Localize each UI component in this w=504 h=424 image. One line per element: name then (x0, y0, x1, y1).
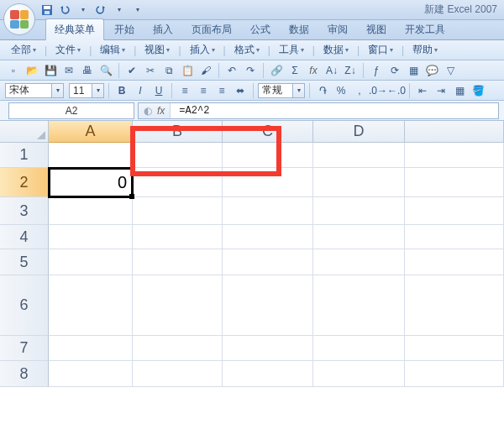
menu-4[interactable]: 插入▾ (187, 41, 218, 59)
tab-5[interactable]: 数据 (281, 19, 318, 39)
fill-color-icon[interactable]: 🪣 (470, 83, 486, 98)
cell[interactable] (49, 249, 133, 275)
tab-3[interactable]: 页面布局 (183, 19, 240, 39)
cell[interactable] (223, 143, 313, 168)
row-header[interactable]: 5 (0, 249, 49, 275)
menu-8[interactable]: 窗口▾ (365, 41, 396, 59)
comment-icon[interactable]: 💬 (423, 63, 440, 78)
office-button[interactable] (3, 3, 35, 35)
row-header[interactable]: 2 (0, 168, 49, 197)
comma-style-icon[interactable]: , (351, 83, 368, 98)
save-icon[interactable] (40, 3, 54, 17)
increase-indent-icon[interactable]: ⇥ (433, 83, 449, 98)
cell[interactable] (313, 275, 405, 336)
cell[interactable] (223, 249, 313, 275)
row-header[interactable]: 8 (0, 361, 49, 387)
formula-input[interactable]: =A2^2 (174, 105, 498, 117)
currency-icon[interactable]: ֏ (314, 83, 331, 98)
undo-dropdown-icon[interactable]: ▾ (76, 3, 90, 17)
print-preview-icon[interactable]: 🔍 (97, 63, 114, 78)
cell[interactable] (223, 361, 313, 387)
cell[interactable]: 0 (49, 168, 133, 197)
cell[interactable] (133, 249, 223, 275)
function-icon[interactable]: fx (305, 63, 322, 78)
paste-icon[interactable]: 📋 (179, 63, 196, 78)
cell[interactable] (405, 168, 504, 197)
tab-8[interactable]: 开发工具 (396, 19, 454, 39)
align-center-icon[interactable]: ≡ (195, 83, 212, 98)
sort-asc-icon[interactable]: A↓ (323, 63, 340, 78)
font-size-select[interactable]: 11 ▾ (69, 83, 104, 98)
fx-icon[interactable]: fx (157, 105, 165, 117)
align-left-icon[interactable]: ≡ (176, 83, 193, 98)
merge-center-icon[interactable]: ⬌ (232, 83, 249, 98)
bold-button[interactable]: B (113, 83, 130, 98)
font-name-select[interactable]: 宋体 ▾ (5, 83, 64, 98)
number-format-select[interactable]: 常规 ▾ (258, 83, 305, 98)
cell[interactable] (313, 225, 405, 249)
row-header[interactable]: 3 (0, 197, 49, 225)
tab-2[interactable]: 插入 (144, 19, 181, 39)
tab-0[interactable]: 经典菜单 (45, 18, 104, 40)
menu-1[interactable]: 文件▾ (53, 41, 83, 59)
column-header[interactable]: A (49, 121, 133, 143)
tab-6[interactable]: 审阅 (319, 19, 356, 39)
cell[interactable] (313, 336, 405, 361)
column-header[interactable]: B (133, 121, 223, 143)
sort-desc-icon[interactable]: Z↓ (342, 63, 359, 78)
column-header[interactable]: D (313, 121, 405, 143)
cell[interactable] (313, 249, 405, 275)
qat-customize-icon[interactable]: ▾ (131, 3, 144, 17)
filter-icon[interactable]: ▽ (442, 63, 459, 78)
redo-icon[interactable] (94, 3, 108, 17)
row-header[interactable]: 6 (0, 275, 49, 336)
underline-button[interactable]: U (150, 83, 167, 98)
expand-icon[interactable]: ◐ (144, 105, 152, 117)
borders-icon[interactable]: ▦ (451, 83, 468, 98)
cell[interactable] (405, 197, 504, 225)
decrease-indent-icon[interactable]: ⇤ (414, 83, 431, 98)
menu-0[interactable]: 全部▾ (8, 41, 39, 59)
cell[interactable] (223, 336, 313, 361)
cell[interactable] (405, 336, 504, 361)
menu-9[interactable]: 帮助▾ (410, 41, 440, 59)
row-header[interactable]: 4 (0, 225, 49, 249)
column-header[interactable]: C (223, 121, 313, 143)
cell[interactable] (405, 225, 504, 249)
menu-7[interactable]: 数据▾ (321, 41, 351, 59)
italic-button[interactable]: I (132, 83, 149, 98)
show-formulas-icon[interactable]: ƒ (368, 63, 385, 78)
hyperlink-icon[interactable]: 🔗 (268, 63, 285, 78)
cell[interactable] (133, 168, 223, 197)
autosum-icon[interactable]: Σ (286, 63, 303, 78)
menu-5[interactable]: 格式▾ (232, 41, 262, 59)
open-icon[interactable]: 📂 (24, 63, 40, 78)
decrease-decimal-icon[interactable]: ←.0 (388, 83, 405, 98)
column-header[interactable] (405, 121, 504, 143)
cell[interactable] (313, 197, 405, 225)
cell[interactable] (49, 197, 133, 225)
cell[interactable] (133, 143, 223, 168)
cell[interactable] (49, 336, 133, 361)
cell[interactable] (405, 275, 504, 336)
menu-6[interactable]: 工具▾ (276, 41, 307, 59)
copy-icon[interactable]: ⧉ (160, 63, 177, 78)
align-right-icon[interactable]: ≡ (213, 83, 230, 98)
format-painter-icon[interactable]: 🖌 (197, 63, 214, 78)
cell[interactable] (49, 143, 133, 168)
cell[interactable] (133, 225, 223, 249)
email-icon[interactable]: ✉ (60, 63, 77, 78)
cell[interactable] (49, 225, 133, 249)
formula-bar[interactable]: ◐ fx =A2^2 (138, 102, 499, 119)
cell[interactable] (223, 168, 313, 197)
cut-icon[interactable]: ✂ (142, 63, 159, 78)
cell[interactable] (133, 361, 223, 387)
cell[interactable] (223, 197, 313, 225)
undo-icon[interactable] (58, 3, 71, 17)
cell[interactable] (223, 275, 313, 336)
undo-icon[interactable]: ↶ (223, 63, 240, 78)
save-icon[interactable]: 💾 (42, 63, 59, 78)
menu-2[interactable]: 编辑▾ (97, 41, 128, 59)
tab-4[interactable]: 公式 (242, 19, 279, 39)
tab-7[interactable]: 视图 (358, 19, 395, 39)
